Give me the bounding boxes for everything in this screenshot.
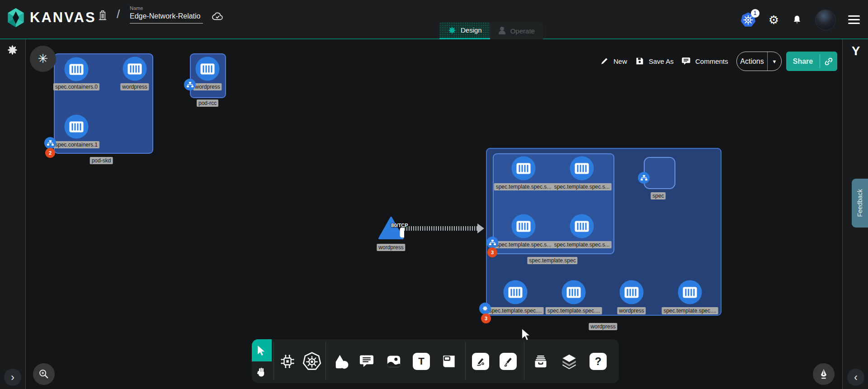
header-right-controls: 1 ⚙: [740, 0, 860, 39]
pen-path-tool-button[interactable]: [468, 339, 493, 383]
design-canvas[interactable]: Y › ‹ Feedback New Save As Comments Acti…: [0, 39, 868, 389]
node-label: wordpress: [617, 307, 646, 314]
edge-arrowhead: [477, 223, 484, 233]
container-icon: [575, 163, 589, 174]
tab-operate[interactable]: Operate: [490, 22, 543, 39]
shapes-icon: [332, 353, 349, 370]
feedback-tab[interactable]: Feedback: [852, 179, 868, 228]
container-node-template-2[interactable]: [512, 214, 536, 238]
y-extension-icon[interactable]: Y: [849, 44, 863, 58]
cloud-saved-icon: [211, 10, 224, 24]
group-label-template: spec.template.spec: [527, 257, 577, 264]
spec-node-label: spec: [651, 192, 665, 199]
new-button[interactable]: New: [599, 56, 627, 66]
meshery-badge[interactable]: [479, 303, 491, 314]
menu-hamburger-icon[interactable]: [848, 15, 860, 24]
group-spec-template-spec[interactable]: [493, 153, 614, 254]
node-label: spec.template.spec.s...: [494, 241, 553, 248]
error-count-badge[interactable]: 2: [45, 148, 55, 158]
copy-link-button[interactable]: [820, 57, 837, 66]
circuit-chip-icon: [278, 352, 297, 370]
organization-icon[interactable]: [96, 9, 109, 22]
save-as-button[interactable]: Save As: [635, 56, 674, 66]
container-node-spec-containers-0[interactable]: [65, 57, 89, 81]
container-node-template-0[interactable]: [512, 157, 536, 180]
left-rail: [0, 39, 26, 389]
shapes-tool-button[interactable]: [328, 339, 353, 383]
design-name-input[interactable]: Edge-Network-Relatio: [130, 12, 203, 24]
pen-tool-button[interactable]: [813, 363, 835, 385]
pan-tool-button[interactable]: [252, 361, 272, 383]
relationship-badge[interactable]: [638, 172, 650, 184]
container-node-wordpress[interactable]: [123, 57, 147, 81]
components-tool-button[interactable]: [275, 339, 300, 383]
error-count-badge[interactable]: 3: [487, 247, 497, 257]
breadcrumb-separator: /: [117, 7, 120, 21]
kubernetes-tool-button[interactable]: [299, 339, 325, 383]
caret-down-icon[interactable]: ▼: [768, 59, 781, 64]
dock-divider: [326, 342, 326, 380]
flip-view-tool-button[interactable]: [436, 339, 462, 383]
select-tool-button[interactable]: [252, 339, 272, 361]
relationship-badge[interactable]: [44, 137, 56, 149]
tab-design[interactable]: Design: [439, 22, 490, 39]
error-count-badge[interactable]: 3: [481, 313, 491, 323]
relationship-badge[interactable]: [486, 237, 498, 248]
share-split-button[interactable]: Share: [786, 52, 837, 71]
actions-label: Actions: [737, 57, 767, 66]
kanvas-app: KANVAS / Name Edge-Network-Relatio Desig…: [0, 0, 868, 389]
actions-split-button[interactable]: Actions ▼: [736, 52, 782, 71]
node-label: wordpress: [120, 83, 149, 90]
service-label: wordpress: [377, 244, 405, 251]
new-label: New: [613, 57, 627, 65]
container-node-deploy-1[interactable]: [562, 280, 586, 304]
container-node-wordpress-rcc[interactable]: [196, 57, 220, 81]
image-tool-button[interactable]: [381, 339, 406, 383]
k8s-context-switcher[interactable]: 1: [740, 12, 756, 28]
text-tool-button[interactable]: T: [409, 339, 434, 383]
zoom-search-button[interactable]: [33, 363, 55, 385]
help-question-icon: ?: [590, 353, 607, 370]
container-node-spec-containers-1[interactable]: [65, 115, 89, 139]
relationship-badge[interactable]: [184, 79, 196, 90]
settings-gear-icon[interactable]: ⚙: [769, 14, 779, 26]
floppy-icon: [635, 56, 645, 66]
node-label: spec.containers.0: [53, 83, 99, 90]
layers-tool-button[interactable]: [557, 339, 582, 383]
node-label: spec.template.spec....: [662, 307, 718, 314]
collapse-right-panel-button[interactable]: ‹: [847, 369, 864, 386]
drawer-tool-button[interactable]: [528, 339, 553, 383]
chevron-right-icon: ›: [11, 371, 14, 384]
design-name-field[interactable]: Name Edge-Network-Relatio: [130, 5, 203, 24]
service-node-wordpress[interactable]: [378, 217, 404, 240]
kanvas-logo[interactable]: KANVAS: [6, 7, 96, 28]
brand-wordmark: KANVAS: [30, 9, 96, 26]
comments-button[interactable]: Comments: [681, 56, 728, 66]
node-spec[interactable]: [644, 157, 675, 189]
group-label-deployment: wordpress: [589, 323, 617, 330]
node-label: spec.template.spec.s...: [494, 183, 553, 190]
user-avatar[interactable]: [815, 9, 836, 30]
group-label-pod-rcc: pod-rcc: [197, 100, 218, 107]
save-as-label: Save As: [649, 57, 674, 65]
kubernetes-resource-node[interactable]: ✳: [30, 46, 56, 72]
node-label: spec.template.spec.s...: [552, 241, 612, 248]
help-tool-button[interactable]: ?: [585, 339, 611, 383]
freehand-draw-tool-button[interactable]: [495, 339, 521, 383]
container-node-template-3[interactable]: [570, 214, 594, 238]
sitemap-icon: [187, 82, 193, 88]
notifications-bell-icon[interactable]: [791, 14, 803, 26]
container-node-deploy-3[interactable]: [678, 280, 702, 304]
edge-service-to-deployment[interactable]: [404, 226, 480, 231]
canvas-dock-toolbar: T ?: [252, 339, 619, 383]
comment-tool-button[interactable]: [354, 339, 379, 383]
container-node-deploy-2[interactable]: [620, 280, 644, 304]
sitemap-icon: [641, 175, 647, 181]
comment-icon: [681, 56, 691, 66]
link-icon: [824, 57, 834, 66]
expand-left-panel-button[interactable]: ›: [4, 369, 21, 386]
swirl-icon: [482, 305, 488, 312]
container-node-deploy-0[interactable]: [504, 280, 528, 304]
container-node-template-1[interactable]: [570, 157, 594, 180]
mode-tabs: Design Operate: [439, 22, 543, 39]
